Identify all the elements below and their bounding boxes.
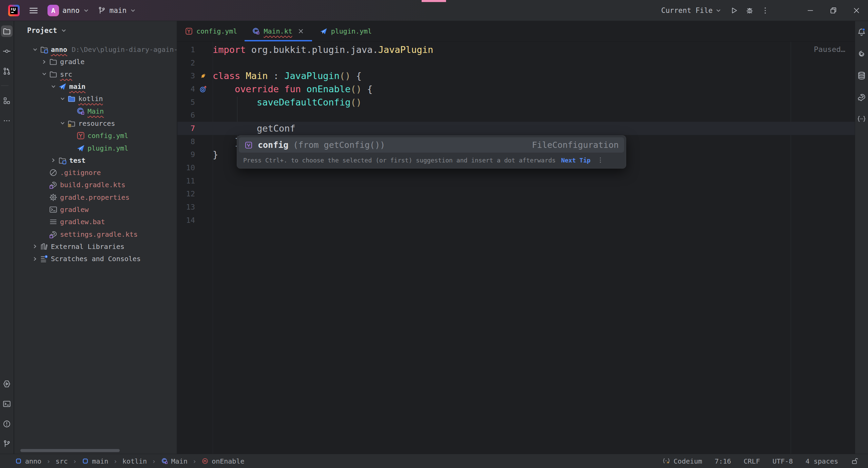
lock-open-icon (851, 457, 859, 465)
breadcrumb-kotlin[interactable]: kotlin (122, 457, 147, 465)
breadcrumb-src[interactable]: src (56, 457, 68, 465)
tool-commit-icon[interactable] (1, 45, 13, 57)
minimize-button[interactable] (799, 0, 822, 21)
horizontal-scrollbar[interactable] (20, 449, 120, 452)
tool-bell-icon[interactable] (856, 26, 867, 38)
tool-branch-icon[interactable] (1, 438, 13, 450)
code-line-1[interactable]: 1import org.bukkit.plugin.java.JavaPlugi… (177, 43, 855, 56)
code-line-13[interactable]: 13 (177, 200, 855, 214)
tool-codeium-icon[interactable] (856, 48, 867, 60)
tree-item-gradle[interactable]: gradle (14, 56, 177, 68)
tree-item-gradle.properties[interactable]: gradle.properties (14, 191, 177, 203)
tree-chevron-icon[interactable] (58, 120, 67, 126)
plug-gutter-icon[interactable] (195, 72, 211, 80)
tree-item-gradlew[interactable]: gradlew (14, 203, 177, 216)
tree-item-main[interactable]: Main (14, 105, 177, 117)
tool-database-icon[interactable] (856, 70, 867, 81)
module-icon (15, 457, 22, 465)
code-line-7[interactable]: 7 getConf (177, 122, 855, 135)
code-line-11[interactable]: 11 (177, 174, 855, 188)
tree-chevron-icon[interactable] (39, 71, 49, 77)
code-line-6[interactable]: 6 (177, 109, 855, 122)
code-line-3[interactable]: 3class Main : JavaPlugin() { (177, 69, 855, 82)
tree-chevron-icon[interactable] (39, 59, 49, 65)
tree-item-config.yml[interactable]: config.yml (14, 130, 177, 142)
tree-chevron-icon[interactable] (49, 157, 58, 163)
tree-item-.gitignore[interactable]: .gitignore (14, 167, 177, 179)
run-configuration-selector[interactable]: Current File (661, 6, 721, 15)
status-lock-open[interactable] (851, 457, 859, 465)
breadcrumb-anno[interactable]: anno (15, 457, 41, 465)
tree-item-scratches-and-consoles[interactable]: Scratches and Consoles (14, 253, 177, 265)
code-line-4[interactable]: 4 override fun onEnable() { (177, 82, 855, 96)
tab-plugin-yml[interactable]: plugin.yml (312, 21, 379, 41)
line-number: 7 (177, 124, 195, 133)
tree-chevron-icon[interactable] (30, 47, 40, 53)
more-actions-kebab-icon[interactable] (757, 3, 773, 18)
tool-structure-icon[interactable] (1, 95, 13, 106)
run-button[interactable] (726, 3, 742, 18)
restore-button[interactable] (822, 0, 845, 21)
tab-main-kt[interactable]: Main.kt (245, 21, 312, 41)
tree-chevron-icon[interactable] (30, 256, 40, 262)
kotlin-class-icon (252, 27, 260, 35)
project-widget[interactable]: A anno (47, 5, 89, 16)
tab-config-yml[interactable]: config.yml (177, 21, 245, 41)
tool-problems-icon[interactable] (1, 418, 13, 430)
tree-chevron-icon[interactable] (58, 96, 67, 102)
tree-item-test[interactable]: test (14, 154, 177, 167)
tree-item-plugin.yml[interactable]: plugin.yml (14, 142, 177, 154)
tree-item-label: .gitignore (60, 169, 101, 177)
completion-item-config[interactable]: config (from getConfig()) FileConfigurat… (239, 137, 624, 153)
status-7-16[interactable]: 7:16 (715, 457, 731, 465)
breadcrumb-main[interactable]: main (82, 457, 108, 465)
vcs-branch-widget[interactable]: main (97, 6, 136, 15)
tool-more-icon[interactable] (1, 115, 13, 126)
tree-item-src[interactable]: src (14, 68, 177, 80)
status-4-spaces[interactable]: 4 spaces (806, 457, 838, 465)
close-icon[interactable] (297, 27, 305, 35)
tree-item-main[interactable]: main (14, 80, 177, 93)
run-config-name: Current File (661, 6, 713, 15)
completion-name: config (258, 140, 288, 150)
tree-item-build.gradle.kts[interactable]: build.gradle.kts (14, 179, 177, 191)
tool-braces-icon[interactable] (856, 113, 867, 125)
breadcrumb-main[interactable]: Main (161, 457, 188, 465)
code-line-14[interactable]: 14 (177, 214, 855, 227)
breadcrumb-onenable[interactable]: onEnable (201, 457, 244, 465)
code-line-2[interactable]: 2 (177, 56, 855, 70)
tree-item-resources[interactable]: resources (14, 117, 177, 130)
hint-kebab-icon[interactable] (597, 156, 604, 164)
main-menu-hamburger-icon[interactable] (28, 5, 39, 16)
tool-pull-request-icon[interactable] (1, 65, 13, 77)
tool-run-icon[interactable] (1, 378, 13, 390)
line-number: 13 (177, 203, 195, 211)
editor[interactable]: Paused… 1import org.bukkit.plugin.java.J… (177, 42, 855, 454)
tree-item-gradlew.bat[interactable]: gradlew.bat (14, 216, 177, 228)
project-panel-header[interactable]: Project (14, 21, 177, 35)
tree-chevron-icon[interactable] (49, 84, 58, 90)
tree-item-anno[interactable]: annoD:\Dev\plugin-diary-again- (14, 43, 177, 56)
tree-chevron-icon[interactable] (30, 243, 40, 249)
tab-label: Main.kt (264, 27, 292, 35)
code-line-5[interactable]: 5 saveDefaultConfig() (177, 96, 855, 109)
debug-button[interactable] (742, 3, 757, 18)
tool-gradle-icon[interactable] (856, 92, 867, 103)
status-codeium[interactable]: Codeium (662, 457, 702, 465)
tree-item-kotlin[interactable]: kotlin (14, 93, 177, 105)
next-tip-link[interactable]: Next Tip (561, 157, 591, 164)
tree-item-label: main (69, 82, 85, 91)
code-text: } (211, 136, 240, 147)
tree-item-settings.gradle.kts[interactable]: settings.gradle.kts (14, 228, 177, 240)
scratch-icon (40, 254, 49, 263)
close-button[interactable] (845, 0, 868, 21)
code-line-12[interactable]: 12 (177, 188, 855, 201)
tool-terminal-icon[interactable] (1, 398, 13, 410)
tree-item-external-libraries[interactable]: External Libraries (14, 240, 177, 253)
status-label: UTF-8 (772, 457, 793, 465)
override-gutter-icon[interactable] (195, 85, 211, 93)
git-branch-icon (97, 6, 106, 15)
status-crlf[interactable]: CRLF (744, 457, 760, 465)
tool-folder-icon[interactable] (1, 25, 13, 37)
status-utf-8[interactable]: UTF-8 (772, 457, 793, 465)
